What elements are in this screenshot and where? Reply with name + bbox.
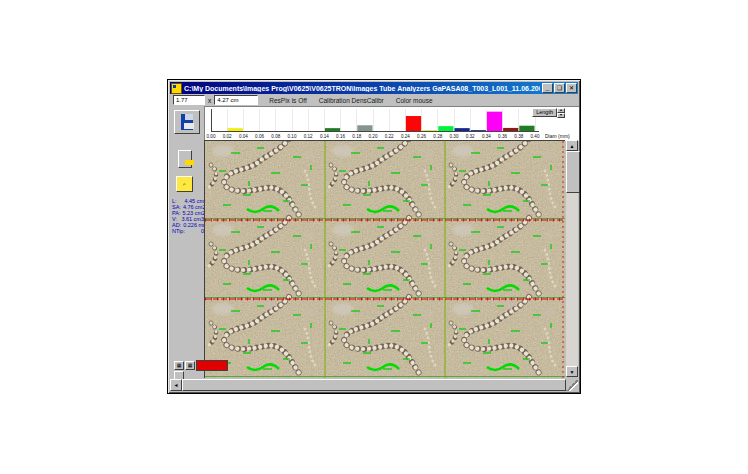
horizontal-scrollbar[interactable]: ◄ ► (170, 379, 578, 391)
stat-ntip: NTip:0 (172, 228, 204, 234)
grid-view-button-2[interactable]: ▦ (185, 361, 195, 370)
times-label: x (208, 97, 211, 104)
svg-text:0.22: 0.22 (385, 134, 394, 139)
save-icon (181, 114, 193, 130)
menu-item-respix-is-off[interactable]: ResPix is Off (269, 97, 306, 104)
save-button[interactable] (174, 110, 200, 134)
svg-text:0.30: 0.30 (450, 134, 459, 139)
svg-text:0.00: 0.00 (207, 134, 216, 139)
svg-text:0.38: 0.38 (514, 134, 523, 139)
svg-text:0.02: 0.02 (223, 134, 232, 139)
svg-text:0.04: 0.04 (239, 134, 248, 139)
vertical-scrollbar[interactable]: ▲ ▼ (566, 140, 578, 377)
analysis-icon (183, 179, 186, 190)
menu-item-color-mouse[interactable]: Color mouse (396, 97, 433, 104)
scroll-up-icon[interactable]: ▲ (566, 140, 578, 151)
resize-grip[interactable] (566, 379, 578, 391)
minimize-button[interactable]: _ (542, 83, 553, 93)
scroll-left-icon[interactable]: ◄ (170, 379, 182, 391)
svg-text:0.08: 0.08 (271, 134, 280, 139)
svg-text:0.10: 0.10 (288, 134, 297, 139)
window-title: C:\My Documents\Images Prog\V0625\V0625T… (184, 85, 540, 92)
length-spinner: ▲ ▼ (557, 108, 565, 117)
sidebar: L:4.45 cmSA:4.76 cm2PA:5.23 cm2V:3.61 cm… (170, 106, 204, 379)
svg-text:0.24: 0.24 (401, 134, 410, 139)
scroll-down-icon[interactable]: ▼ (566, 366, 578, 377)
svg-text:0.36: 0.36 (498, 134, 507, 139)
svg-text:0.16: 0.16 (336, 134, 345, 139)
grid-view-button[interactable]: ▦ (174, 361, 184, 370)
width-field[interactable]: 4.27 cm (214, 95, 258, 105)
diameter-histogram-chart[interactable]: 0.000.020.040.060.080.100.120.140.160.18… (205, 107, 579, 141)
svg-text:0.40: 0.40 (531, 134, 540, 139)
toolbar: 1.77 x 4.27 cm ResPix is OffCalibration … (170, 94, 578, 106)
spinner-down-icon[interactable]: ▼ (557, 113, 565, 118)
desktop: C:\My Documents\Images Prog\V0625\V0625T… (0, 0, 748, 474)
svg-text:0.32: 0.32 (466, 134, 475, 139)
app-window: C:\My Documents\Images Prog\V0625\V0625T… (168, 80, 580, 393)
measurement-stats: L:4.45 cmSA:4.76 cm2PA:5.23 cm2V:3.61 cm… (172, 198, 204, 234)
capture-button[interactable] (178, 150, 192, 168)
app-icon (171, 83, 182, 94)
maximize-button[interactable]: ❏ (554, 83, 565, 93)
root-image-viewport[interactable] (204, 140, 565, 378)
svg-text:0.12: 0.12 (304, 134, 313, 139)
svg-text:0.14: 0.14 (320, 134, 329, 139)
analysis-button[interactable] (176, 176, 193, 192)
vertical-scroll-thumb[interactable] (566, 151, 580, 193)
menu-bar: ResPix is OffCalibration DensCalibrColor… (269, 97, 432, 104)
root-image (205, 141, 565, 378)
length-button[interactable]: Length (532, 108, 557, 117)
active-color-swatch[interactable] (196, 360, 228, 371)
svg-text:0.26: 0.26 (417, 134, 426, 139)
svg-text:0.20: 0.20 (369, 134, 378, 139)
x-axis-label: Diam (mm) (545, 133, 570, 139)
svg-text:0.18: 0.18 (352, 134, 361, 139)
histogram-panel: 0.000.020.040.060.080.100.120.140.160.18… (204, 106, 579, 141)
horizontal-scroll-thumb[interactable] (182, 379, 566, 391)
scale-field[interactable]: 1.77 (173, 95, 205, 105)
menu-item-calibration-denscalibr[interactable]: Calibration DensCalibr (319, 97, 384, 104)
svg-text:0.06: 0.06 (255, 134, 264, 139)
mini-controls: ▦ ▦ (174, 360, 228, 371)
close-button[interactable]: ✕ (566, 83, 577, 93)
title-bar[interactable]: C:\My Documents\Images Prog\V0625\V0625T… (170, 82, 578, 94)
svg-text:0.34: 0.34 (482, 134, 491, 139)
svg-text:0.28: 0.28 (433, 134, 442, 139)
